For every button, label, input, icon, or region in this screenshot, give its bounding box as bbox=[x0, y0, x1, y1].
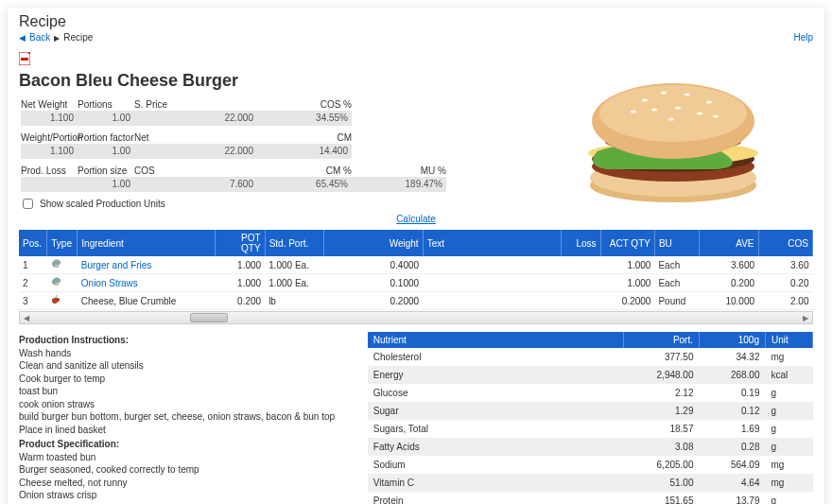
prod-instr-line: Place in lined basket bbox=[19, 424, 353, 437]
lbl-portion-factor: Portion factor bbox=[78, 131, 134, 144]
lbl-net-weight: Net Weight bbox=[21, 98, 78, 111]
lbl-blank2 bbox=[182, 131, 257, 144]
lbl-blank3 bbox=[182, 165, 257, 177]
table-row[interactable]: 1Burger and Fries1.0001.000 Ea.0.40001.0… bbox=[19, 256, 813, 274]
val-sprice bbox=[134, 111, 182, 126]
svg-point-23 bbox=[56, 298, 60, 302]
help-link[interactable]: Help bbox=[793, 32, 813, 43]
ingredients-hscroll[interactable]: ◀ ▶ bbox=[19, 311, 813, 324]
nutrient-row: Fatty Acids3.080.28g bbox=[368, 438, 813, 456]
show-scaled-label: Show scaled Production Units bbox=[40, 199, 165, 209]
th-potqty[interactable]: POT QTY bbox=[216, 230, 265, 256]
th-pos[interactable]: Pos. bbox=[19, 230, 47, 256]
th-text[interactable]: Text bbox=[423, 230, 561, 256]
th-stdport[interactable]: Std. Port. bbox=[265, 230, 324, 256]
mix-icon bbox=[51, 259, 61, 269]
lbl-portions: Portions bbox=[78, 98, 134, 111]
svg-point-13 bbox=[706, 101, 712, 104]
th-bu[interactable]: BU bbox=[654, 230, 699, 256]
prod-instr-line: cook onion straws bbox=[19, 398, 353, 411]
svg-point-11 bbox=[661, 92, 667, 95]
scroll-right-icon[interactable]: ▶ bbox=[800, 313, 811, 322]
svg-rect-21 bbox=[55, 283, 59, 286]
th-ingredient[interactable]: Ingredient bbox=[78, 230, 216, 256]
svg-rect-1 bbox=[21, 58, 28, 61]
ingredient-name[interactable]: Onion Straws bbox=[78, 274, 216, 292]
lbl-sprice: S. Price bbox=[134, 98, 182, 111]
th-nutrient[interactable]: Nutrient bbox=[368, 332, 624, 348]
svg-point-10 bbox=[642, 99, 648, 102]
nutrient-row: Cholesterol377.5034.32mg bbox=[368, 348, 813, 366]
breadcrumb-current: Recipe bbox=[63, 32, 93, 43]
mix-icon bbox=[51, 277, 61, 287]
prod-instr-line: toast bun bbox=[19, 385, 353, 398]
svg-point-9 bbox=[599, 85, 747, 142]
nutrients-table: Nutrient Port. 100g Unit Cholesterol377.… bbox=[368, 332, 813, 504]
scrollbar-thumb[interactable] bbox=[190, 313, 228, 322]
lbl-cos: COS bbox=[134, 165, 182, 177]
page-title: Recipe bbox=[19, 13, 813, 30]
lbl-net: Net bbox=[134, 131, 182, 144]
ingredient-name: Cheese, Blue Crumble bbox=[78, 292, 216, 310]
svg-rect-20 bbox=[55, 265, 59, 268]
svg-point-14 bbox=[631, 111, 636, 113]
val-cm-pct: 65.45% bbox=[257, 177, 352, 192]
val-portion-factor: 1.00 bbox=[78, 144, 134, 159]
berry-icon bbox=[51, 295, 61, 304]
nutrient-row: Vitamin C51.004.64mg bbox=[368, 474, 813, 492]
spec-line: Burger seasoned, cooked correctly to tem… bbox=[19, 463, 353, 477]
instructions-panel: Production Instructions: Wash handsClean… bbox=[19, 332, 353, 504]
th-weight[interactable]: Weight bbox=[324, 230, 423, 256]
svg-point-17 bbox=[697, 113, 702, 115]
th-ave[interactable]: AVE bbox=[699, 230, 758, 256]
nutrient-row: Glucose2.120.19g bbox=[368, 384, 813, 402]
th-unit[interactable]: Unit bbox=[766, 332, 813, 348]
lbl-blank bbox=[182, 98, 257, 111]
back-link[interactable]: Back bbox=[29, 32, 50, 43]
lbl-mu-pct: MU % bbox=[352, 165, 446, 177]
ingredients-table: Pos. Type Ingredient POT QTY Std. Port. … bbox=[19, 230, 813, 310]
spec-line: Cheese melted, not runny bbox=[19, 477, 353, 490]
back-caret-icon: ◀ bbox=[19, 33, 26, 43]
val-net bbox=[134, 144, 182, 159]
nutrient-row: Sugar1.290.12g bbox=[368, 402, 813, 420]
nutrient-row: Protein151.6513.79g bbox=[368, 492, 813, 504]
lbl-cm: CM bbox=[257, 131, 352, 144]
lbl-cm-pct: CM % bbox=[257, 165, 352, 177]
th-cos[interactable]: COS bbox=[758, 230, 812, 256]
val-weight-portion: 1.100 bbox=[21, 144, 78, 159]
prod-instr-line: Cook burger to temp bbox=[19, 373, 353, 386]
pdf-icon[interactable] bbox=[19, 52, 30, 65]
th-100g[interactable]: 100g bbox=[700, 332, 766, 348]
svg-point-18 bbox=[668, 118, 674, 121]
val-prod-loss bbox=[21, 177, 78, 192]
svg-point-15 bbox=[651, 109, 657, 112]
lbl-prod-loss: Prod. Loss bbox=[21, 165, 78, 177]
table-row[interactable]: 3Cheese, Blue Crumble0.200lb0.20000.2000… bbox=[19, 292, 813, 310]
table-row[interactable]: 2Onion Straws1.0001.000 Ea.0.10001.000Ea… bbox=[19, 274, 813, 292]
th-type[interactable]: Type bbox=[47, 230, 78, 256]
val-blank: 22.000 bbox=[182, 111, 257, 126]
val-portions: 1.00 bbox=[78, 111, 134, 126]
ingredient-name[interactable]: Burger and Fries bbox=[78, 256, 216, 274]
lbl-weight-portion: Weight/Portion bbox=[21, 131, 78, 144]
spec-line: Warm toasted bun bbox=[19, 451, 353, 464]
show-scaled-checkbox[interactable] bbox=[23, 199, 33, 209]
th-actqty[interactable]: ACT QTY bbox=[600, 230, 654, 256]
recipe-photo bbox=[560, 64, 787, 206]
nutrient-row: Sugars, Total18.571.69g bbox=[368, 420, 813, 438]
svg-point-12 bbox=[685, 94, 690, 96]
val-cm: 14.400 bbox=[257, 144, 352, 159]
prod-instr-line: build burger bun bottom, burger set, che… bbox=[19, 410, 353, 424]
lbl-portion-size: Portion size bbox=[78, 165, 134, 177]
val-net-weight: 1.100 bbox=[21, 111, 78, 126]
th-loss[interactable]: Loss bbox=[561, 230, 600, 256]
nutrient-row: Energy2,948.00268.00kcal bbox=[368, 366, 813, 384]
spec-line: Onion straws crisp bbox=[19, 489, 353, 502]
val-blank2: 22.000 bbox=[182, 144, 257, 159]
th-port[interactable]: Port. bbox=[624, 332, 700, 348]
prod-spec-heading: Product Specification: bbox=[19, 438, 353, 451]
calculate-link[interactable]: Calculate bbox=[396, 214, 436, 224]
prod-instr-line: Clean and sanitize all utensils bbox=[19, 359, 353, 373]
scroll-left-icon[interactable]: ◀ bbox=[21, 313, 32, 322]
